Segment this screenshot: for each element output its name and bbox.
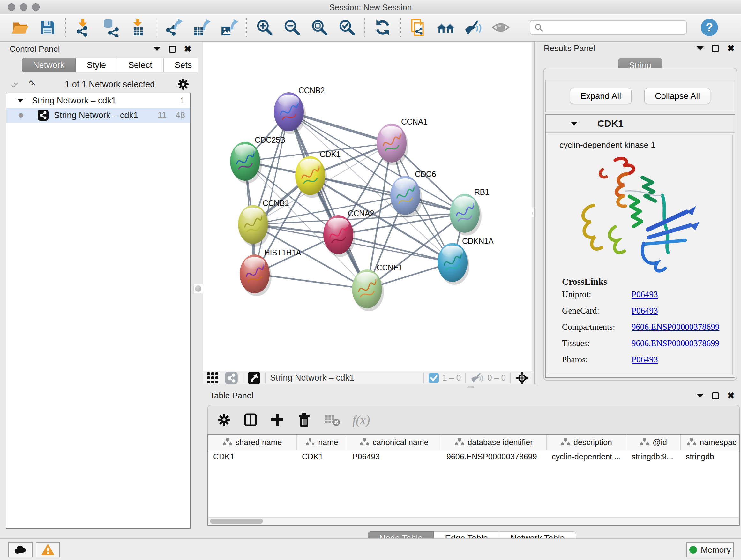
zoom-fit-icon[interactable] [310,18,329,37]
delete-table-icon[interactable] [324,413,340,427]
search-field[interactable] [530,20,687,35]
network-share-icon[interactable] [225,371,238,385]
expand-all-button[interactable]: Expand All [570,88,632,104]
column-header-namespac[interactable]: namespac [681,435,740,449]
fit-selected-crosshair-icon[interactable] [515,371,529,385]
control-panel-float-icon[interactable] [169,46,176,53]
gene-accordion-header[interactable]: CDK1 [546,115,735,133]
tab-select[interactable]: Select [117,58,163,72]
refresh-icon[interactable] [374,18,392,37]
help-icon[interactable]: ? [700,18,719,37]
network-node-CDC25B[interactable]: CDC25B [230,135,285,184]
results-panel-menu-icon[interactable] [697,46,704,51]
crosslink-link[interactable]: P06493 [631,290,658,300]
column-header-label: description [574,438,612,447]
crosslink-link[interactable]: P06493 [631,355,658,365]
column-header-canonical-name[interactable]: canonical name [347,435,441,449]
zoom-out-icon[interactable] [283,18,301,37]
network-view-title: String Network – cdk1 [270,373,354,383]
first-neighbors-icon[interactable] [436,18,455,37]
network-canvas[interactable]: CCNB2CCNA1CDC25BCDK1CDC6RB1CCNB1CCNA2CDK… [203,42,532,371]
save-session-icon[interactable] [38,18,57,37]
warnings-button[interactable] [36,542,60,557]
birds-eye-view-icon[interactable] [247,371,261,385]
crosslink-link[interactable]: 9606.ENSP00000378699 [631,322,719,332]
table-panel-menu-icon[interactable] [697,394,704,398]
window-titlebar: Session: New Session [0,0,741,14]
network-edge[interactable] [310,176,465,213]
network-node-CCNA1[interactable]: CCNA1 [377,117,427,165]
column-header-database-identifier[interactable]: database identifier [441,435,547,449]
control-panel-menu-icon[interactable] [153,47,160,51]
column-type-icon [455,438,464,446]
show-columns-icon[interactable] [243,413,258,427]
crosslink-label: Uniprot: [562,290,631,300]
zoom-selected-icon[interactable] [338,18,356,37]
table-panel-close-icon[interactable]: ✖ [727,392,735,399]
export-image-icon[interactable] [219,18,238,37]
function-builder-icon[interactable]: f(x) [352,413,370,428]
network-node-CCNB2[interactable]: CCNB2 [274,86,325,134]
hide-selected-icon[interactable] [464,18,482,37]
results-panel-float-icon[interactable] [712,45,719,52]
right-splitter[interactable] [534,42,537,384]
show-all-icon[interactable] [491,18,510,37]
column-header--id[interactable]: @id [626,435,681,449]
table-row[interactable]: CDK1CDK1P064939606.ENSP00000378699cyclin… [208,450,739,465]
add-row-icon[interactable] [270,413,285,427]
network-collection-row[interactable]: String Network – cdk1 1 [6,93,190,108]
string-app-icon [37,110,49,121]
delete-row-trash-icon[interactable] [297,413,312,427]
table-cell[interactable]: CDK1 [208,450,297,465]
column-header-shared-name[interactable]: shared name [208,435,297,449]
results-panel-close-icon[interactable]: ✖ [727,45,735,52]
tab-style[interactable]: Style [76,58,117,72]
left-splitter-handle[interactable] [193,284,203,294]
search-input[interactable] [546,23,682,32]
copy-network-icon[interactable] [409,18,428,37]
search-icon [534,23,543,32]
network-row[interactable]: String Network – cdk1 11 48 [6,108,190,123]
tab-network[interactable]: Network [22,58,76,72]
export-table-icon[interactable] [192,18,211,37]
network-node-RB1[interactable]: RB1 [450,187,489,236]
import-network-database-icon[interactable] [102,18,120,37]
crosslink-link[interactable]: 9606.ENSP00000378699 [631,338,719,348]
table-cell[interactable]: stringdb:9... [626,450,681,465]
network-node-CDKN1A[interactable]: CDKN1A [437,237,494,285]
column-header-description[interactable]: description [547,435,626,449]
node-label: CDC6 [415,170,436,179]
collapse-all-button[interactable]: Collapse All [644,88,711,104]
network-edge[interactable] [289,112,367,289]
cloud-button[interactable] [8,542,32,557]
selected-checkbox-icon[interactable] [428,373,439,383]
gene-collapse-icon[interactable] [570,122,578,126]
table-cell[interactable]: stringdb [681,450,740,465]
network-node-HIST1H1A[interactable]: HIST1H1A [240,248,301,296]
network-node-CCNE1[interactable]: CCNE1 [352,263,403,311]
crosslink-link[interactable]: P06493 [631,306,658,316]
memory-button[interactable]: Memory [686,542,734,557]
collapse-all-networks-icon[interactable]: ⌄⌄ [10,79,25,89]
table-cell[interactable]: cyclin-dependent ... [547,450,626,465]
table-panel-float-icon[interactable] [712,392,719,399]
tab-sets[interactable]: Sets [163,58,203,72]
control-panel-close-icon[interactable]: ✖ [184,46,192,53]
table-settings-gear-icon[interactable] [217,413,231,427]
expand-all-networks-icon[interactable]: ⌃⌃ [27,79,43,89]
zoom-in-icon[interactable] [255,18,274,37]
grid-view-icon[interactable] [206,371,219,385]
import-network-icon[interactable] [74,18,92,37]
scrollbar-thumb[interactable] [210,519,263,523]
collection-expand-icon[interactable] [17,99,23,103]
table-cell[interactable]: 9606.ENSP00000378699 [441,450,547,465]
table-cell[interactable]: P06493 [347,450,441,465]
network-node-CDC6[interactable]: CDC6 [390,170,436,218]
export-network-icon[interactable] [165,18,183,37]
table-cell[interactable]: CDK1 [297,450,347,465]
network-options-gear-icon[interactable] [177,78,190,91]
table-horizontal-scrollbar[interactable] [207,517,740,525]
open-session-icon[interactable] [11,18,29,37]
column-header-name[interactable]: name [297,435,347,449]
import-table-icon[interactable] [129,18,147,37]
